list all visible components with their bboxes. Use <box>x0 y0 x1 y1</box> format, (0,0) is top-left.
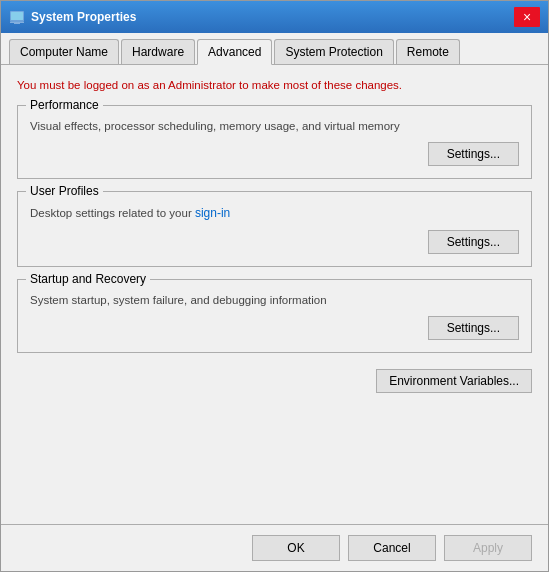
user-profiles-settings-button[interactable]: Settings... <box>428 230 519 254</box>
tab-hardware[interactable]: Hardware <box>121 39 195 64</box>
user-profiles-settings-row: Settings... <box>30 230 519 254</box>
title-bar-content: System Properties <box>9 9 136 25</box>
performance-legend: Performance <box>26 98 103 112</box>
startup-recovery-section: Startup and Recovery System startup, sys… <box>17 279 532 353</box>
close-button[interactable]: × <box>514 7 540 27</box>
tab-content: You must be logged on as an Administrato… <box>1 65 548 524</box>
performance-description: Visual effects, processor scheduling, me… <box>30 120 519 132</box>
dialog-icon <box>9 9 25 25</box>
user-profiles-description: Desktop settings related to your sign-in <box>30 206 519 220</box>
cancel-button[interactable]: Cancel <box>348 535 436 561</box>
bottom-bar: OK Cancel Apply <box>1 524 548 571</box>
tab-remote[interactable]: Remote <box>396 39 460 64</box>
performance-settings-button[interactable]: Settings... <box>428 142 519 166</box>
startup-recovery-description: System startup, system failure, and debu… <box>30 294 519 306</box>
user-profiles-section: User Profiles Desktop settings related t… <box>17 191 532 267</box>
startup-recovery-settings-row: Settings... <box>30 316 519 340</box>
tab-system-protection[interactable]: System Protection <box>274 39 393 64</box>
environment-variables-button[interactable]: Environment Variables... <box>376 369 532 393</box>
svg-rect-2 <box>10 22 24 23</box>
performance-section: Performance Visual effects, processor sc… <box>17 105 532 179</box>
startup-recovery-settings-button[interactable]: Settings... <box>428 316 519 340</box>
env-vars-row: Environment Variables... <box>17 365 532 397</box>
svg-rect-3 <box>14 23 20 24</box>
sign-in-link[interactable]: sign-in <box>195 206 230 220</box>
tab-advanced[interactable]: Advanced <box>197 39 272 65</box>
tab-computer-name[interactable]: Computer Name <box>9 39 119 64</box>
tab-bar: Computer Name Hardware Advanced System P… <box>1 33 548 65</box>
performance-settings-row: Settings... <box>30 142 519 166</box>
title-bar: System Properties × <box>1 1 548 33</box>
dialog-title: System Properties <box>31 10 136 24</box>
svg-rect-1 <box>11 12 23 20</box>
user-profiles-legend: User Profiles <box>26 184 103 198</box>
apply-button[interactable]: Apply <box>444 535 532 561</box>
ok-button[interactable]: OK <box>252 535 340 561</box>
admin-warning: You must be logged on as an Administrato… <box>17 77 532 97</box>
system-properties-dialog: System Properties × Computer Name Hardwa… <box>0 0 549 572</box>
startup-recovery-legend: Startup and Recovery <box>26 272 150 286</box>
